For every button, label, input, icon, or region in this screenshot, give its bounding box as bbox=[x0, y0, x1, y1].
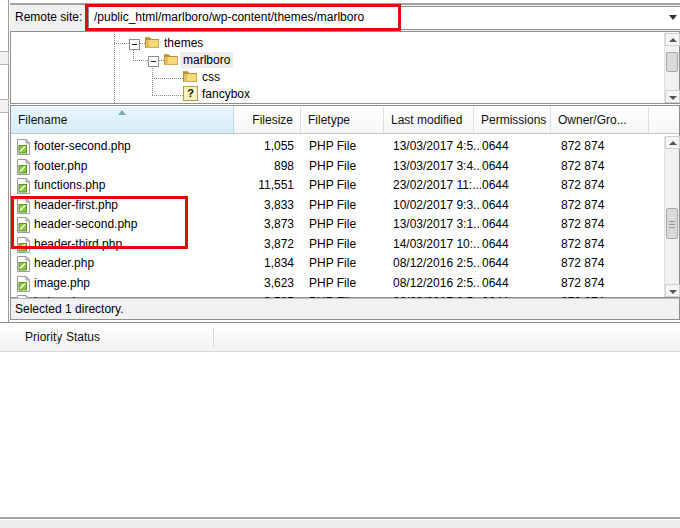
window-status-bar bbox=[0, 519, 680, 528]
tree-item-label: css bbox=[199, 69, 223, 85]
annotation-box-remote-path bbox=[85, 4, 401, 31]
file-permissions: 0644 bbox=[482, 196, 552, 216]
column-header-stub bbox=[649, 107, 679, 133]
folder-icon bbox=[182, 68, 198, 86]
folder-icon bbox=[144, 34, 160, 52]
selection-status-text: Selected 1 directory. bbox=[15, 302, 124, 316]
file-size: 898 bbox=[162, 157, 294, 177]
file-permissions: 0644 bbox=[482, 235, 552, 255]
file-modified: 08/12/2016 2:5... bbox=[393, 274, 481, 294]
column-divider[interactable] bbox=[213, 328, 214, 347]
file-owner: 872 874 bbox=[561, 137, 651, 157]
scroll-down-icon[interactable] bbox=[665, 284, 680, 297]
file-modified: 14/03/2017 10:... bbox=[393, 235, 481, 255]
tree-item-label: fancybox bbox=[199, 86, 253, 102]
file-type: PHP File bbox=[309, 176, 389, 196]
file-permissions: 0644 bbox=[482, 137, 552, 157]
file-size: 1,055 bbox=[162, 137, 294, 157]
file-modified: 23/02/2017 11:... bbox=[393, 176, 481, 196]
tree-item-label: marlboro bbox=[180, 52, 233, 68]
adjacent-scrollbar-fragment bbox=[0, 51, 9, 65]
file-row[interactable]: functions.php 11,551 PHP File 23/02/2017… bbox=[12, 176, 665, 196]
sort-ascending-icon bbox=[118, 110, 126, 115]
directory-tree: themes marlboro css ? fancybox bbox=[10, 31, 680, 104]
file-permissions: 0644 bbox=[482, 157, 552, 177]
file-modified: 13/03/2017 4:5... bbox=[393, 137, 481, 157]
file-list-scrollbar[interactable] bbox=[664, 136, 679, 297]
column-header-filename[interactable]: Filename bbox=[11, 107, 234, 133]
file-row[interactable]: footer.php 898 PHP File 13/03/2017 3:4..… bbox=[12, 157, 665, 177]
file-type: PHP File bbox=[309, 137, 389, 157]
file-permissions: 0644 bbox=[482, 176, 552, 196]
scroll-up-icon[interactable] bbox=[665, 136, 680, 149]
folder-icon bbox=[163, 51, 179, 69]
file-type: PHP File bbox=[309, 235, 389, 255]
file-owner: 872 874 bbox=[561, 254, 651, 274]
column-label: Filename bbox=[18, 113, 67, 127]
scroll-up-icon[interactable] bbox=[665, 33, 680, 46]
file-modified: 08/12/2016 2:5... bbox=[393, 254, 481, 274]
file-owner: 872 874 bbox=[561, 215, 651, 235]
file-row[interactable]: footer-second.php 1,055 PHP File 13/03/2… bbox=[12, 137, 665, 157]
tree-item-label: themes bbox=[161, 35, 206, 51]
selection-status-bar: Selected 1 directory. bbox=[10, 298, 680, 320]
file-type: PHP File bbox=[309, 254, 389, 274]
queue-column-status[interactable]: Status bbox=[66, 324, 100, 351]
chevron-down-icon[interactable] bbox=[669, 15, 677, 20]
file-type: PHP File bbox=[309, 215, 389, 235]
column-header-last-modified[interactable]: Last modified bbox=[384, 107, 474, 133]
tree-scrollbar[interactable] bbox=[664, 33, 679, 103]
column-header-permissions[interactable]: Permissions bbox=[474, 107, 551, 133]
file-permissions: 0644 bbox=[482, 274, 552, 294]
file-size: 11,551 bbox=[162, 176, 294, 196]
column-header-filetype[interactable]: Filetype bbox=[301, 107, 384, 133]
scroll-down-icon[interactable] bbox=[665, 90, 680, 103]
column-header-filesize[interactable]: Filesize bbox=[234, 107, 301, 133]
adjacent-scrollbar-fragment bbox=[0, 99, 9, 113]
remote-site-label: Remote site: bbox=[15, 10, 82, 24]
column-divider[interactable] bbox=[57, 328, 58, 347]
file-size: 1,834 bbox=[162, 254, 294, 274]
file-list-header: Filename Filesize Filetype Last modified… bbox=[11, 107, 679, 134]
file-modified: 10/02/2017 9:3... bbox=[393, 196, 481, 216]
collapse-icon[interactable] bbox=[129, 39, 140, 50]
file-row[interactable]: image.php 3,623 PHP File 08/12/2016 2:5.… bbox=[12, 274, 665, 294]
file-owner: 872 874 bbox=[561, 176, 651, 196]
tree-scrollbar-thumb[interactable] bbox=[666, 52, 678, 72]
file-owner: 872 874 bbox=[561, 274, 651, 294]
file-permissions: 0644 bbox=[482, 215, 552, 235]
file-type: PHP File bbox=[309, 196, 389, 216]
file-list-scrollbar-thumb[interactable] bbox=[666, 208, 678, 239]
file-modified: 13/03/2017 3:1... bbox=[393, 215, 481, 235]
file-type: PHP File bbox=[309, 157, 389, 177]
remote-pane: Remote site: /public_html/marlboro/wp-co… bbox=[0, 0, 680, 528]
column-header-owner-group[interactable]: Owner/Gro... bbox=[551, 107, 649, 133]
file-size: 3,623 bbox=[162, 274, 294, 294]
transfer-queue: Priority Status bbox=[0, 322, 680, 517]
file-owner: 872 874 bbox=[561, 235, 651, 255]
annotation-box-header-files bbox=[11, 196, 188, 249]
file-type: PHP File bbox=[309, 274, 389, 294]
question-file-icon: ? bbox=[183, 86, 198, 101]
collapse-icon[interactable] bbox=[148, 56, 159, 67]
file-owner: 872 874 bbox=[561, 196, 651, 216]
queue-header: Priority Status bbox=[0, 324, 680, 352]
file-owner: 872 874 bbox=[561, 157, 651, 177]
file-modified: 13/03/2017 3:4... bbox=[393, 157, 481, 177]
file-row[interactable]: header.php 1,834 PHP File 08/12/2016 2:5… bbox=[12, 254, 665, 274]
pane-splitter[interactable] bbox=[8, 0, 9, 322]
file-permissions: 0644 bbox=[482, 254, 552, 274]
